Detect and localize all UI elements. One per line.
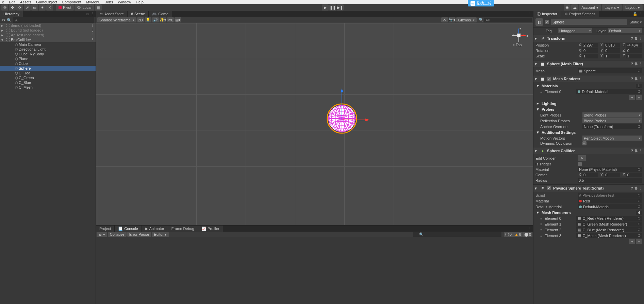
camera-icon[interactable]: 📷▾ — [449, 17, 456, 22]
dynocc-checkbox[interactable]: ✓ — [582, 141, 587, 145]
center-x-input[interactable] — [582, 173, 598, 177]
hierarchy-options-icon[interactable]: ▭ — [86, 12, 89, 16]
menu-item[interactable]: MyMenu — [86, 0, 100, 4]
scene-menu-icon[interactable]: ⋮ — [90, 33, 96, 37]
gameobject-row[interactable]: ⬡ Main Camera — [0, 42, 96, 47]
component-header[interactable]: ▾ # ✓ Physics Sphere Test (Script) ?⇅⋮ — [533, 185, 644, 192]
shading-dropdown[interactable]: Shaded Wireframe — [97, 17, 136, 22]
custom-tool[interactable]: ✕ — [46, 4, 53, 11]
scale-x-input[interactable] — [582, 54, 598, 58]
help-icon[interactable]: ? — [631, 77, 633, 81]
list-add-button[interactable]: + — [629, 239, 635, 244]
mesh-field[interactable]: ▦Sphere⊙ — [578, 68, 642, 73]
list-add-button[interactable]: + — [629, 95, 635, 100]
scene-search-input[interactable] — [484, 18, 532, 22]
component-header[interactable]: ▾ ▦ Sphere (Mesh Filter) ?⇅⋮ — [533, 60, 644, 67]
object-picker-icon[interactable]: ⊙ — [638, 228, 641, 232]
object-name-input[interactable] — [551, 19, 627, 25]
object-picker-icon[interactable]: ⊙ — [638, 124, 641, 129]
scale-z-input[interactable] — [626, 54, 642, 58]
renderer-field[interactable]: ▦C_Blue (Mesh Renderer)⊙ — [576, 227, 642, 232]
hierarchy-tab[interactable]: Hierarchy — [0, 11, 23, 17]
tab-animator[interactable]: ▶Animator — [142, 226, 168, 232]
move-gizmo[interactable] — [340, 88, 371, 122]
scene-menu-icon[interactable]: ⋮ — [90, 28, 96, 33]
move-tool[interactable]: ✢ — [9, 4, 16, 11]
info-count-toggle[interactable]: ⓘ0 — [503, 232, 513, 237]
component-menu-icon[interactable]: ⋮ — [639, 36, 643, 41]
preset-icon[interactable]: ⇅ — [634, 77, 638, 81]
lighting-label[interactable]: Lighting — [542, 102, 556, 106]
component-menu-icon[interactable]: ⋮ — [639, 77, 643, 81]
tab-project[interactable]: Project — [96, 226, 115, 232]
scene-menu-icon[interactable]: ⋮ — [90, 38, 96, 42]
hierarchy-menu-icon[interactable]: ⋮ — [90, 12, 94, 16]
pivot-toggle[interactable]: Pivot — [56, 4, 74, 11]
object-picker-icon[interactable]: ⊙ — [638, 167, 641, 172]
gameobject-row[interactable]: ⬡ C_Red — [0, 71, 96, 75]
hidden-count[interactable]: 👁0 — [167, 17, 174, 22]
mat-field[interactable]: Red⊙ — [578, 198, 642, 203]
scene-view[interactable]: z x ≡ Top — [96, 23, 533, 225]
layers-dropdown[interactable]: Layers ▾ — [602, 4, 622, 11]
foldout-icon[interactable]: ▾ — [535, 36, 538, 41]
audio-toggle[interactable]: 🔊 — [152, 17, 159, 22]
foldout-icon[interactable]: ▾ — [535, 62, 538, 66]
foldout-icon[interactable]: ▾ — [535, 149, 538, 153]
center-z-input[interactable] — [626, 173, 642, 177]
object-picker-icon[interactable]: ⊙ — [638, 204, 641, 209]
scene-row[interactable]: ▸⛶Bound (not loaded)⋮ — [0, 28, 96, 33]
center-y-input[interactable] — [604, 173, 620, 177]
drag-handle-icon[interactable]: ≡ — [540, 216, 542, 220]
active-checkbox[interactable]: ✓ — [545, 20, 549, 24]
fx-toggle[interactable]: ✨▾ — [160, 17, 166, 22]
lightprobes-dropdown[interactable]: Blend Probes — [582, 112, 642, 118]
error-pause-toggle[interactable]: Error Pause — [127, 232, 151, 237]
additional-label[interactable]: Additional Settings — [542, 130, 576, 135]
menu-item[interactable]: Help — [136, 0, 144, 4]
pos-x-input[interactable] — [582, 43, 598, 48]
step-button[interactable]: ▶❚ — [337, 4, 344, 11]
tab-inspector[interactable]: ⓘInspector — [533, 11, 561, 17]
gameobject-row[interactable]: ⬡ Directional Light — [0, 47, 96, 52]
preset-icon[interactable]: ⇅ — [634, 36, 638, 41]
collab-button[interactable]: ◉ — [564, 4, 571, 11]
local-toggle[interactable]: ⭙Local — [75, 4, 94, 11]
hierarchy-tree[interactable]: ▸⛶demo (not loaded)⋮ ▸⛶Bound (not loaded… — [0, 23, 96, 304]
lighting-toggle[interactable]: 💡 — [145, 17, 151, 22]
rot-y-input[interactable] — [604, 48, 620, 53]
orientation-gizmo[interactable]: z x ≡ Top — [511, 27, 527, 48]
drag-handle-icon[interactable]: ≡ — [540, 234, 542, 238]
component-menu-icon[interactable]: ⋮ — [639, 62, 643, 66]
drag-handle-icon[interactable]: ≡ — [540, 90, 542, 94]
scene-row-active[interactable]: ▾⛶BoxCollider*⋮ — [0, 37, 96, 42]
object-picker-icon[interactable]: ⊙ — [638, 69, 641, 73]
gameobject-cube-icon[interactable]: ◧ — [535, 18, 543, 26]
warn-count-toggle[interactable]: ▲8 — [513, 232, 523, 237]
component-header[interactable]: ▾ ↗ Transform ?⇅⋮ — [533, 35, 644, 42]
play-button[interactable]: ▶ — [322, 4, 329, 11]
menu-item[interactable]: Edit — [9, 0, 15, 4]
help-icon[interactable]: ? — [631, 36, 633, 41]
tab-profiler[interactable]: 📈Profiler — [198, 226, 223, 232]
tab-menu-icon[interactable]: ⋮ — [528, 12, 532, 16]
console-search-input[interactable] — [413, 232, 501, 237]
pause-button[interactable]: ❚❚ — [329, 4, 336, 11]
menu-item[interactable]: Jobs — [105, 0, 113, 4]
object-picker-icon[interactable]: ⊙ — [638, 216, 641, 220]
physmat-field[interactable]: None (Physic Material)⊙ — [578, 167, 642, 172]
help-icon[interactable]: ? — [631, 186, 633, 191]
component-menu-icon[interactable]: ⋮ — [639, 149, 643, 153]
gameobject-row[interactable]: ⬡ C_Blue — [0, 80, 96, 85]
lock-icon[interactable]: 🔒 — [633, 12, 638, 16]
tab-console[interactable]: 📃Console — [115, 226, 142, 232]
tools-icon[interactable]: ✕ — [441, 17, 448, 22]
motion-dropdown[interactable]: Per Object Motion — [582, 136, 642, 141]
layer-dropdown[interactable]: Default — [608, 28, 642, 33]
anchor-field[interactable]: None (Transform)⊙ — [582, 124, 642, 129]
inspector-menu-icon[interactable]: ⋮ — [639, 12, 643, 16]
enable-checkbox[interactable]: ✓ — [547, 186, 551, 190]
scale-tool[interactable]: ⤢ — [24, 4, 31, 11]
static-dropdown[interactable]: Static ▾ — [629, 20, 642, 24]
help-icon[interactable]: ? — [631, 149, 633, 153]
